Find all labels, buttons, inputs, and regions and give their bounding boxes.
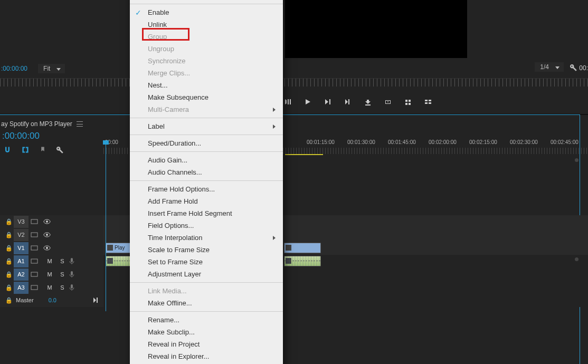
- play-icon[interactable]: [304, 98, 311, 106]
- track-v1-target[interactable]: V1: [14, 242, 29, 254]
- solo-button[interactable]: S: [56, 271, 69, 277]
- step-forward-icon[interactable]: [324, 98, 331, 106]
- add-marker-icon[interactable]: [39, 146, 46, 154]
- menu-make-offline[interactable]: Make Offline...: [130, 297, 283, 309]
- sequence-tab[interactable]: ay Spotify on MP3 Player: [1, 120, 72, 128]
- menu-label[interactable]: Label: [130, 120, 283, 132]
- sync-lock-icon[interactable]: [31, 245, 43, 251]
- svg-rect-3: [31, 233, 37, 237]
- menu-multi-camera: Multi-Camera: [130, 103, 283, 116]
- lock-icon[interactable]: 🔒: [4, 258, 14, 265]
- audio-clip[interactable]: [106, 256, 131, 266]
- voiceover-mic-icon[interactable]: [69, 271, 81, 278]
- track-a3-target[interactable]: A3: [14, 282, 29, 294]
- menu-rename[interactable]: Rename...: [130, 314, 283, 326]
- audio-clip[interactable]: [284, 256, 321, 266]
- svg-rect-14: [71, 284, 73, 289]
- eye-icon[interactable]: [43, 232, 56, 238]
- sync-lock-icon[interactable]: [31, 232, 43, 238]
- track-a2-target[interactable]: A2: [14, 269, 29, 281]
- lock-icon[interactable]: 🔒: [4, 232, 14, 238]
- svg-rect-0: [31, 219, 37, 224]
- voiceover-mic-icon[interactable]: [69, 284, 81, 291]
- playback-resolution-dropdown[interactable]: 1/4: [535, 62, 564, 72]
- svg-rect-9: [31, 259, 37, 263]
- menu-set-to-frame-size[interactable]: Set to Frame Size: [130, 256, 283, 268]
- menu-nest[interactable]: Nest...: [130, 79, 283, 91]
- lock-icon[interactable]: 🔒: [4, 218, 14, 225]
- svg-rect-6: [31, 246, 37, 250]
- go-to-end-icon[interactable]: [93, 297, 99, 303]
- track-v2-target[interactable]: V2: [14, 229, 29, 241]
- mute-button[interactable]: M: [43, 284, 56, 291]
- mark-out-icon[interactable]: [284, 98, 291, 106]
- work-area-bar[interactable]: [285, 154, 323, 155]
- timeline-timecode[interactable]: :00:00:00: [2, 131, 40, 141]
- svg-point-5: [46, 234, 48, 236]
- scroll-end-dot: [575, 158, 578, 162]
- sync-lock-icon[interactable]: [31, 284, 43, 291]
- export-frame-icon[interactable]: [384, 98, 392, 106]
- menu-make-subsequence[interactable]: Make Subsequence: [130, 91, 283, 103]
- comparison-view-icon[interactable]: [404, 98, 412, 106]
- source-timecode-end: 00:: [579, 62, 588, 72]
- video-clip[interactable]: [284, 243, 321, 253]
- menu-make-subclip[interactable]: Make Subclip...: [130, 326, 283, 338]
- master-track-label: Master: [16, 297, 34, 303]
- track-v3-target[interactable]: V3: [14, 216, 29, 228]
- lock-icon[interactable]: 🔒: [4, 297, 14, 304]
- sync-lock-icon[interactable]: [31, 271, 43, 277]
- svg-rect-10: [71, 258, 73, 262]
- clip-context-menu: Restore Unrendered Enable Unlink Group U…: [130, 0, 283, 364]
- tutorial-highlight-box: [142, 28, 189, 41]
- menu-merge-clips: Merge Clips...: [130, 67, 283, 79]
- mute-button[interactable]: M: [43, 271, 56, 277]
- menu-add-frame-hold[interactable]: Add Frame Hold: [130, 195, 283, 207]
- program-monitor: [285, 0, 467, 58]
- svg-rect-11: [31, 272, 37, 276]
- lift-icon[interactable]: [364, 98, 372, 106]
- menu-ungroup: Ungroup: [130, 43, 283, 55]
- menu-scale-to-frame-size[interactable]: Scale to Frame Size: [130, 244, 283, 256]
- linked-selection-icon[interactable]: [21, 146, 30, 154]
- snap-icon[interactable]: [3, 146, 12, 154]
- menu-reveal-in-explorer[interactable]: Reveal in Explorer...: [130, 350, 283, 362]
- lock-icon[interactable]: 🔒: [4, 284, 14, 291]
- master-level-value[interactable]: 0.0: [49, 297, 56, 303]
- solo-button[interactable]: S: [56, 284, 69, 291]
- fit-zoom-dropdown[interactable]: Fit: [38, 64, 65, 73]
- menu-audio-channels[interactable]: Audio Channels...: [130, 166, 283, 178]
- menu-insert-frame-hold-segment[interactable]: Insert Frame Hold Segment: [130, 207, 283, 219]
- menu-reveal-in-project[interactable]: Reveal in Project: [130, 338, 283, 350]
- track-a1-target[interactable]: A1: [14, 255, 29, 267]
- solo-button[interactable]: S: [56, 258, 69, 264]
- safe-margins-icon[interactable]: [424, 98, 432, 106]
- menu-enable[interactable]: Enable: [130, 6, 283, 18]
- lock-icon[interactable]: 🔒: [4, 245, 14, 252]
- menu-field-options[interactable]: Field Options...: [130, 219, 283, 232]
- svg-point-8: [46, 247, 48, 249]
- voiceover-mic-icon[interactable]: [69, 257, 81, 265]
- go-to-next-icon[interactable]: [344, 98, 352, 106]
- eye-icon[interactable]: [43, 245, 56, 251]
- menu-link-media: Link Media...: [130, 285, 283, 297]
- menu-audio-gain[interactable]: Audio Gain...: [130, 154, 283, 166]
- menu-frame-hold-options[interactable]: Frame Hold Options...: [130, 183, 283, 195]
- settings-wrench-icon[interactable]: [570, 64, 577, 72]
- menu-restore-unrendered: Restore Unrendered: [130, 0, 283, 2]
- menu-time-interpolation[interactable]: Time Interpolation: [130, 232, 283, 244]
- sync-lock-icon[interactable]: [31, 218, 43, 225]
- panel-menu-icon[interactable]: [77, 121, 83, 127]
- eye-icon[interactable]: [43, 218, 56, 225]
- mute-button[interactable]: M: [43, 258, 56, 264]
- video-clip[interactable]: Play: [106, 243, 131, 253]
- sync-lock-icon[interactable]: [31, 258, 43, 264]
- ruler[interactable]: [0, 78, 588, 87]
- timeline-settings-wrench-icon[interactable]: [56, 146, 64, 154]
- menu-synchronize: Synchronize: [130, 55, 283, 67]
- menu-speed-duration[interactable]: Speed/Duration...: [130, 137, 283, 149]
- menu-adjustment-layer[interactable]: Adjustment Layer: [130, 268, 283, 280]
- playhead[interactable]: [106, 142, 106, 311]
- lock-icon[interactable]: 🔒: [4, 271, 14, 278]
- svg-rect-12: [71, 271, 73, 275]
